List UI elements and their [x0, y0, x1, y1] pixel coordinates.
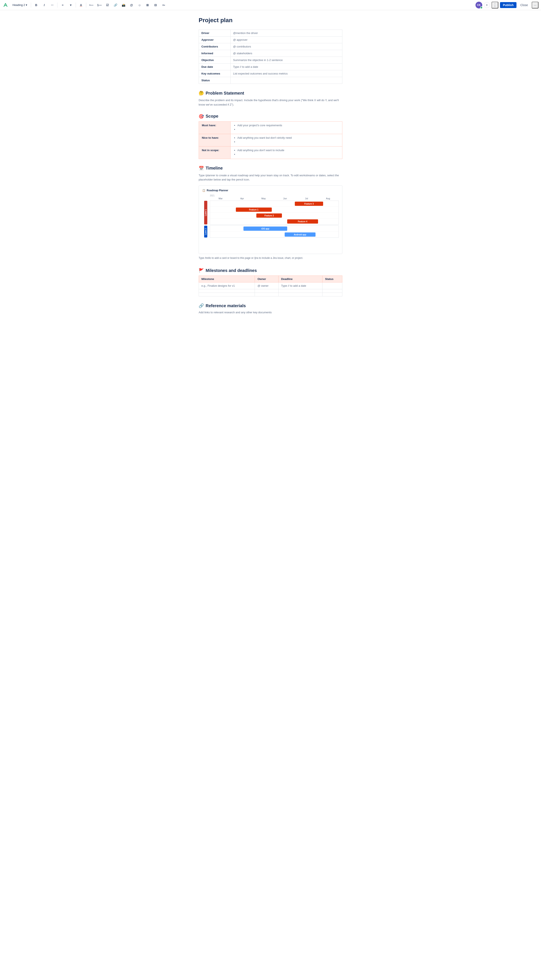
avatar[interactable]: CK: [476, 2, 482, 8]
divider-1: [31, 3, 31, 8]
layout-button[interactable]: ⊟: [152, 2, 159, 8]
scope-item[interactable]: Add your project's core requirements: [237, 124, 339, 127]
chevron-down-icon: ▾: [26, 3, 27, 6]
text-color-button[interactable]: A: [78, 2, 84, 8]
insert-button[interactable]: +▪: [160, 2, 167, 8]
daci-value[interactable]: Type // to add a date: [231, 64, 342, 70]
reference-heading-text[interactable]: Reference materials: [206, 303, 246, 308]
publish-button[interactable]: Publish: [500, 2, 517, 8]
gantt-row: iOS app: [210, 226, 338, 232]
heading-selector[interactable]: Heading 2 ▾: [11, 2, 29, 8]
milestone-status[interactable]: [322, 293, 342, 296]
reference-description: Add links to relevant research and any o…: [199, 311, 342, 314]
milestones-heading-text[interactable]: Milestones and deadlines: [206, 268, 257, 273]
daci-value[interactable]: @ stakeholders: [231, 50, 342, 57]
daci-label: Objective: [199, 57, 231, 64]
lane-2-label: Lane 2: [204, 226, 207, 237]
milestone-deadline[interactable]: Type // to add a date: [279, 283, 322, 289]
reference-heading: 🔗 Reference materials: [199, 303, 342, 308]
mention-button[interactable]: @: [128, 2, 135, 8]
image-button[interactable]: 📸: [120, 2, 127, 8]
timeline-heading-text[interactable]: Timeline: [206, 166, 223, 170]
svg-rect-0: [3, 2, 8, 8]
month-label: Aug: [317, 197, 339, 200]
daci-value[interactable]: @ contributors: [231, 43, 342, 50]
roadmap-header: 📋 Roadmap Planner: [202, 189, 339, 192]
gantt-row: Feature 4: [210, 218, 338, 224]
daci-value[interactable]: @ approver: [231, 37, 342, 43]
align-button[interactable]: ≡: [59, 2, 66, 8]
feature-1-bar: Feature 1: [236, 207, 272, 212]
milestones-table: MilestoneOwnerDeadlineStatus e.g., Final…: [199, 275, 342, 296]
overflow-menu-button[interactable]: ···: [532, 2, 538, 8]
milestones-heading: 🚩 Milestones and deadlines: [199, 268, 342, 273]
lane-1-rows: Feature 3 Feature 1 Feature 2 Feature 4: [210, 200, 339, 224]
milestones-column-header: Milestone: [199, 276, 255, 283]
lane-2-label-container: Lane 2: [202, 226, 209, 238]
app-logo: [3, 2, 8, 8]
page-content: Project plan Driver@mention the driverAp…: [190, 10, 351, 331]
close-button[interactable]: Close: [518, 2, 530, 8]
scope-label: Not in scope:: [199, 146, 231, 159]
roadmap-chart: 2021 MarAprMayJunJulAug Lane 1 Feature 3: [202, 194, 339, 238]
scope-item[interactable]: Add anything you want but don't strictly…: [237, 136, 339, 139]
link-button[interactable]: 🔗: [112, 2, 119, 8]
problem-heading-text[interactable]: Problem Statement: [206, 91, 244, 95]
daci-value[interactable]: @mention the driver: [231, 30, 342, 37]
scope-table: Must have:Add your project's core requir…: [199, 121, 342, 159]
milestone-owner[interactable]: [255, 289, 279, 293]
scope-item[interactable]: [237, 128, 339, 131]
task-list-button[interactable]: ☑: [104, 2, 111, 8]
emoji-button[interactable]: ☺: [136, 2, 143, 8]
daci-value[interactable]: [231, 77, 342, 84]
milestone-deadline[interactable]: [279, 289, 322, 293]
milestone-owner[interactable]: @ owner: [255, 283, 279, 289]
milestones-column-header: Status: [322, 276, 342, 283]
milestone-row: e.g., Finalize designs for v1@ ownerType…: [199, 283, 342, 289]
more-options-icon[interactable]: ⋮: [492, 2, 498, 8]
roadmap-planner[interactable]: 📋 Roadmap Planner 2021 MarAprMayJunJulAu…: [199, 185, 342, 254]
problem-description[interactable]: Describe the problem and its impact. Inc…: [199, 98, 342, 107]
heading-label: Heading 2: [13, 3, 25, 6]
bullet-list-button[interactable]: •—: [88, 2, 95, 8]
milestone-status[interactable]: [322, 283, 342, 289]
scope-item[interactable]: [237, 153, 339, 156]
numbered-list-button[interactable]: 1—: [96, 2, 103, 8]
more-format-button[interactable]: ···: [49, 2, 56, 8]
scope-item[interactable]: [237, 140, 339, 143]
bold-button[interactable]: B: [33, 2, 40, 8]
month-label: Apr: [231, 197, 253, 200]
scope-items: Add anything you want but don't strictly…: [231, 134, 342, 146]
scope-emoji: 🎯: [199, 114, 204, 119]
milestone-row: [199, 289, 342, 293]
month-label: Mar: [210, 197, 231, 200]
milestone-deadline[interactable]: [279, 293, 322, 296]
milestone-milestone[interactable]: e.g., Finalize designs for v1: [199, 283, 255, 289]
gantt-row: Android app: [210, 232, 338, 237]
avatar-initials: CK: [477, 3, 480, 6]
milestone-milestone[interactable]: [199, 289, 255, 293]
daci-label: Due date: [199, 64, 231, 70]
milestone-row: [199, 293, 342, 296]
daci-label: Key outcomes: [199, 70, 231, 77]
scope-row: Must have:Add your project's core requir…: [199, 121, 342, 134]
toolbar: Heading 2 ▾ B I ··· ≡ ▾ A •— 1— ☑ 🔗 📸 @ …: [0, 0, 541, 10]
daci-value[interactable]: Summarize the objective in 1-2 sentence: [231, 57, 342, 64]
scope-item[interactable]: Add anything you don't want to include: [237, 149, 339, 152]
daci-label: Approver: [199, 37, 231, 43]
daci-value[interactable]: List expected outcomes and success metri…: [231, 70, 342, 77]
align-more-button[interactable]: ▾: [67, 2, 74, 8]
scope-heading-text[interactable]: Scope: [206, 114, 218, 119]
add-collaborator-button[interactable]: +: [484, 2, 490, 8]
milestone-milestone[interactable]: [199, 293, 255, 296]
scope-label: Nice to have:: [199, 134, 231, 146]
table-button[interactable]: ⊞: [144, 2, 151, 8]
milestone-owner[interactable]: [255, 293, 279, 296]
milestone-status[interactable]: [322, 289, 342, 293]
daci-label: Driver: [199, 30, 231, 37]
reference-emoji: 🔗: [199, 303, 204, 308]
daci-row: Informed@ stakeholders: [199, 50, 342, 57]
italic-button[interactable]: I: [41, 2, 48, 8]
page-title[interactable]: Project plan: [199, 17, 342, 24]
roadmap-footer: Type /trello to add a card or board to t…: [199, 256, 342, 259]
